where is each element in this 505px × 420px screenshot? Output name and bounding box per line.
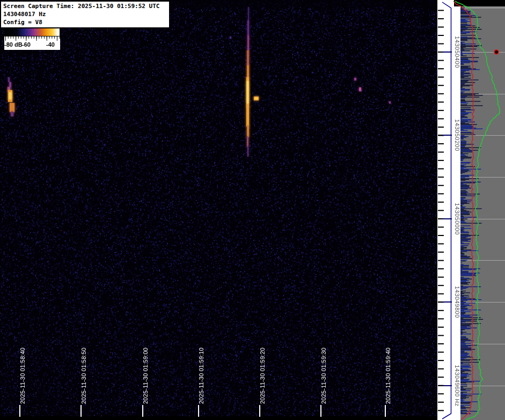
frequency-axis-label: 143050200 [454,119,460,151]
db-color-scale-legend: -80 dB -60 -40 [4,28,60,50]
time-axis-label: 2025-11-30 01:58:40 [19,348,26,404]
center-frequency-text: 143048017 Hz [3,10,168,18]
time-axis-label: 2025-11-30 01:59:00 [142,348,149,404]
capture-time-text: Screen Capture Time: 2025-11-30 01:59:52… [3,2,168,10]
time-axis-label: 2025-11-30 01:59:40 [385,348,391,404]
time-tick [198,405,199,417]
time-tick [80,405,82,417]
frequency-axis-label: 143049800 [454,286,460,318]
color-scale-ticks [4,36,60,41]
time-axis-label: 2025-11-30 01:59:30 [320,348,327,404]
time-tick [385,405,386,417]
scale-label-minus40: -40 [46,41,55,48]
frequency-axis-label: 143050000 [454,203,460,235]
color-gradient-bar [4,28,60,36]
capture-info-box: Screen Capture Time: 2025-11-30 01:59:52… [1,1,170,28]
color-scale-labels: -80 dB -60 -40 [4,41,60,50]
time-tick [19,405,20,417]
time-tick [142,405,143,417]
spectrum-panel-canvas [437,0,505,420]
scale-label-minus80: -80 dB [4,41,23,48]
time-axis-label: 2025-11-30 01:59:20 [259,348,266,404]
spectrum-lab-screen-capture: { "header": { "line1": "Screen Capture T… [0,0,505,420]
time-tick [320,405,321,417]
scale-label-minus60: -60 [22,41,31,48]
time-axis-label: 2025-11-30 01:58:50 [80,348,87,404]
config-text: Config = V8 [3,18,168,26]
time-axis-label: 2025-11-30 01:59:10 [198,348,204,404]
frequency-axis-label: 143049600 Hz [454,365,460,407]
frequency-axis-label: 143050400 [454,36,460,68]
waterfall-spectrogram-canvas [0,0,437,420]
time-tick [259,405,260,417]
